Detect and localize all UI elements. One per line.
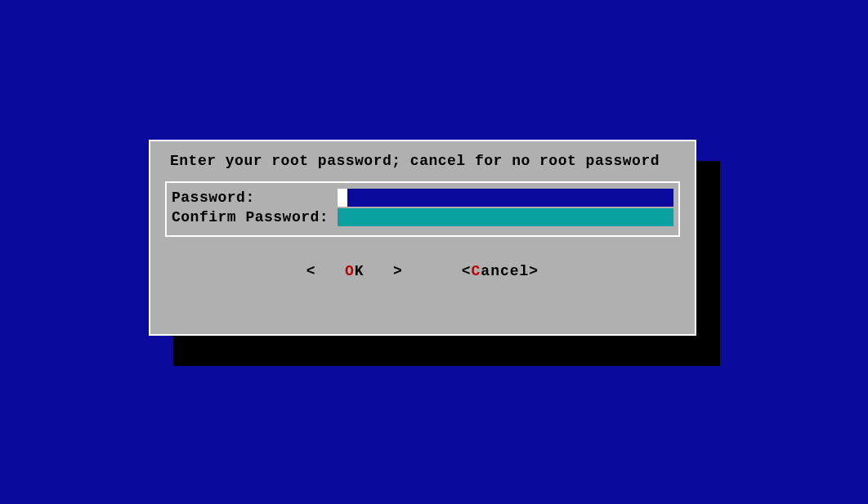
- password-input[interactable]: [347, 189, 673, 207]
- password-label: Password:: [172, 190, 338, 206]
- confirm-password-label: Confirm Password:: [172, 209, 338, 225]
- ok-right-bracket: >: [393, 263, 403, 279]
- ok-button[interactable]: < OK >: [306, 263, 403, 279]
- button-row: < OK > <Cancel>: [150, 263, 695, 279]
- ok-rest: K: [355, 263, 365, 279]
- text-cursor: [338, 189, 347, 207]
- password-dialog: Enter your root password; cancel for no …: [149, 140, 696, 336]
- ok-left-bracket: <: [306, 263, 316, 279]
- cancel-right-bracket: >: [529, 263, 539, 279]
- password-row: Password:: [172, 188, 673, 207]
- dialog-prompt: Enter your root password; cancel for no …: [150, 141, 695, 181]
- cancel-rest: ancel: [481, 263, 529, 279]
- confirm-password-input[interactable]: [338, 208, 673, 226]
- input-section: Password: Confirm Password:: [165, 181, 680, 237]
- password-input-wrap[interactable]: [338, 189, 673, 207]
- cancel-left-bracket: <: [462, 263, 472, 279]
- confirm-password-row: Confirm Password:: [172, 207, 673, 227]
- ok-hotkey: O: [345, 263, 355, 279]
- cancel-button[interactable]: <Cancel>: [462, 263, 539, 279]
- cancel-hotkey: C: [472, 263, 481, 279]
